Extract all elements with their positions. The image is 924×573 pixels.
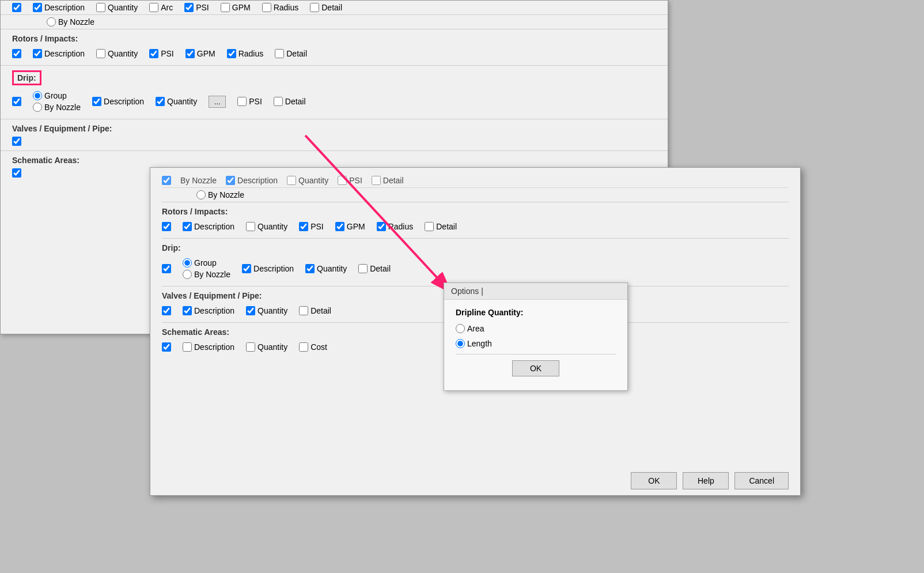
drip-highlight-box: Drip: (12, 70, 41, 85)
bg-top-psi-checkbox[interactable]: PSI (184, 3, 209, 12)
bg-drip-nozzle-radio[interactable]: By Nozzle (33, 103, 81, 112)
fg-help-button[interactable]: Help (683, 472, 729, 489)
fg-schematic-main-checkbox[interactable] (162, 342, 171, 352)
fg-rotors-detail-checkbox[interactable]: Detail (425, 222, 457, 231)
area-radio[interactable]: Area (456, 324, 616, 333)
bg-drip-psi-checkbox[interactable]: PSI (237, 97, 262, 106)
fg-ok-button[interactable]: OK (631, 472, 677, 489)
fg-rotors-main-checkbox[interactable] (162, 222, 171, 231)
fg-rotors-gpm-checkbox[interactable]: GPM (335, 222, 365, 231)
fg-rotors-radius-checkbox[interactable]: Radius (377, 222, 414, 231)
fg-drip-main-checkbox[interactable] (162, 264, 171, 273)
fg-valves-desc-checkbox[interactable]: Description (183, 306, 234, 315)
fg-rotors-title: Rotors / Impacts: (162, 207, 789, 216)
fg-drip-title: Drip: (162, 243, 789, 252)
fg-drip-nozzle-radio[interactable]: By Nozzle (183, 270, 230, 279)
bg-top-gpm-checkbox[interactable]: GPM (221, 3, 251, 12)
bg-rotors-radius-checkbox[interactable]: Radius (227, 49, 264, 58)
bg-drip-radio-group: Group By Nozzle (33, 91, 81, 112)
fg-drip-qty-checkbox[interactable]: Quantity (305, 264, 347, 273)
fg-rotors-qty-checkbox[interactable]: Quantity (246, 222, 287, 231)
fg-dialog-footer: OK Help Cancel (631, 472, 789, 489)
fg-rotors-desc-checkbox[interactable]: Description (183, 222, 234, 231)
fg-valves-qty-checkbox[interactable]: Quantity (246, 306, 287, 315)
fg-schematic-cost-checkbox[interactable]: Cost (299, 342, 327, 352)
bg-rotors-desc-checkbox[interactable]: Description (33, 49, 85, 58)
bg-top-nozzle-radio[interactable]: By Nozzle (47, 17, 656, 27)
bg-rotors-detail-checkbox[interactable]: Detail (275, 49, 307, 58)
fg-top-nozzle-radio[interactable]: By Nozzle (196, 190, 789, 199)
fg-top-main-checkbox[interactable] (162, 176, 171, 185)
bg-drip-options-button[interactable]: ... (209, 96, 226, 108)
bg-rotors-qty-checkbox[interactable]: Quantity (96, 49, 138, 58)
bg-top-arc-checkbox[interactable]: Arc (149, 3, 173, 12)
fg-cancel-button[interactable]: Cancel (734, 472, 789, 489)
fg-valves-detail-checkbox[interactable]: Detail (299, 306, 331, 315)
bg-top-main-checkbox[interactable] (12, 3, 21, 12)
bg-drip-qty-checkbox[interactable]: Quantity (156, 97, 197, 106)
fg-drip-radio-group: Group By Nozzle (183, 258, 230, 279)
length-radio[interactable]: Length (456, 339, 616, 348)
bg-top-detail-checkbox[interactable]: Detail (310, 3, 342, 12)
dripline-quantity-title: Dripline Quantity: (456, 308, 616, 317)
bg-drip-title: Drip: (17, 73, 36, 82)
options-popup-header: Options | (444, 283, 627, 300)
fg-valves-main-checkbox[interactable] (162, 306, 171, 315)
fg-top-desc-checkbox[interactable]: Description (226, 176, 278, 185)
fg-top-detail-checkbox[interactable]: Detail (372, 176, 404, 185)
fg-drip-group-radio[interactable]: Group (183, 258, 230, 267)
bg-top-radius-checkbox[interactable]: Radius (262, 3, 299, 12)
bg-drip-main-checkbox[interactable] (12, 97, 21, 106)
bg-rotors-main-checkbox[interactable] (12, 49, 21, 58)
bg-rotors-psi-checkbox[interactable]: PSI (149, 49, 174, 58)
bg-rotors-title: Rotors / Impacts: (12, 34, 656, 43)
fg-drip-desc-checkbox[interactable]: Description (242, 264, 294, 273)
bg-schematic-title: Schematic Areas: (12, 156, 656, 165)
fg-schematic-desc-checkbox[interactable]: Description (183, 342, 234, 352)
options-ok-button[interactable]: OK (512, 360, 559, 376)
fg-top-qty-checkbox[interactable]: Quantity (287, 176, 328, 185)
fg-rotors-psi-checkbox[interactable]: PSI (299, 222, 324, 231)
bg-top-qty-checkbox[interactable]: Quantity (96, 3, 138, 12)
bg-drip-detail-checkbox[interactable]: Detail (274, 97, 306, 106)
fg-top-psi-checkbox[interactable]: PSI (338, 176, 362, 185)
fg-drip-detail-checkbox[interactable]: Detail (358, 264, 391, 273)
options-popup: Options | Dripline Quantity: Area Length… (444, 282, 628, 391)
bg-top-desc-checkbox[interactable]: Description (33, 3, 85, 12)
bg-drip-desc-checkbox[interactable]: Description (92, 97, 144, 106)
bg-rotors-gpm-checkbox[interactable]: GPM (185, 49, 215, 58)
fg-top-nozzle-label: By Nozzle (180, 176, 217, 185)
bg-valves-main-checkbox[interactable] (12, 137, 656, 146)
bg-drip-group-radio[interactable]: Group (33, 91, 81, 100)
fg-schematic-qty-checkbox[interactable]: Quantity (246, 342, 287, 352)
bg-valves-title: Valves / Equipment / Pipe: (12, 124, 656, 133)
